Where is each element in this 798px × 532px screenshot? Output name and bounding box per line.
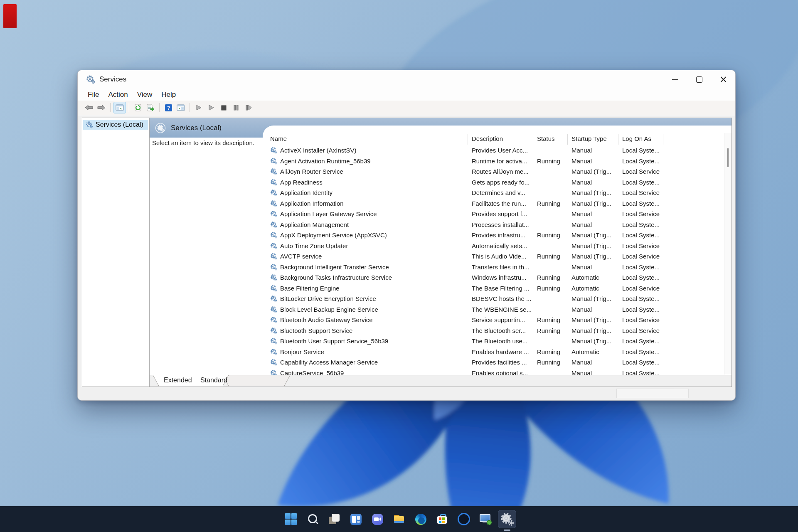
column-divider[interactable] <box>663 134 663 145</box>
service-row[interactable]: Application Layer Gateway ServiceProvide… <box>263 209 724 219</box>
maximize-button[interactable] <box>687 70 711 89</box>
cell-name: AVCTP service <box>280 253 322 260</box>
service-row[interactable]: AllJoyn Router ServiceRoutes AllJoyn me.… <box>263 167 724 177</box>
refresh-icon[interactable] <box>132 102 144 113</box>
services-list-panel: ^ Name Description Status Startup Type L… <box>263 126 732 375</box>
service-row[interactable]: Auto Time Zone UpdaterAutomatically sets… <box>263 241 724 251</box>
cell-logon: Local Service <box>622 327 660 334</box>
service-gear-icon <box>270 147 277 154</box>
service-row[interactable]: Agent Activation Runtime_56b39Runtime fo… <box>263 156 724 167</box>
cell-desc: This is Audio Vide... <box>472 253 526 260</box>
minimize-button[interactable] <box>663 70 687 89</box>
cortana-ring-icon <box>458 513 470 525</box>
back-arrow-icon[interactable] <box>83 102 95 113</box>
description-hint: Select an item to view its description. <box>152 139 254 146</box>
cell-startup: Manual (Trig... <box>571 327 611 334</box>
service-row[interactable]: CaptureService_56b39Enables optional s..… <box>263 368 724 376</box>
taskbar-widgets[interactable] <box>347 510 365 528</box>
start-button[interactable] <box>282 510 300 528</box>
cell-startup: Manual (Trig... <box>571 168 611 175</box>
restart-service-icon[interactable] <box>243 102 254 113</box>
service-row[interactable]: Bluetooth Support ServiceThe Bluetooth s… <box>263 326 724 336</box>
column-divider[interactable] <box>533 134 533 145</box>
close-button[interactable] <box>711 70 735 89</box>
service-gear-icon <box>270 253 277 260</box>
column-divider[interactable] <box>468 134 468 145</box>
service-gear-icon <box>270 327 277 334</box>
cell-desc: Enables hardware ... <box>472 348 529 355</box>
service-row[interactable]: Application InformationFacilitates the r… <box>263 199 724 209</box>
service-row[interactable]: App ReadinessGets apps ready fo...Manual… <box>263 177 724 188</box>
taskbar-edge[interactable] <box>411 510 430 528</box>
service-row[interactable]: AppX Deployment Service (AppXSVC)Provide… <box>263 230 724 241</box>
cell-desc: Runtime for activa... <box>472 158 527 165</box>
service-row[interactable]: Application ManagementProcesses installa… <box>263 220 724 230</box>
cell-status: Running <box>537 253 560 260</box>
forward-arrow-icon[interactable] <box>96 102 107 113</box>
column-header-description[interactable]: Description <box>472 135 503 142</box>
stop-service-icon[interactable] <box>218 102 229 113</box>
cell-status: Running <box>537 285 560 292</box>
taskbar-search[interactable] <box>303 510 322 528</box>
tab-standard[interactable]: Standard <box>200 377 227 384</box>
window-titlebar[interactable]: Services <box>78 70 735 89</box>
services-app-icon <box>86 75 95 84</box>
help-icon[interactable]: ? <box>163 102 174 113</box>
taskbar-store[interactable] <box>433 510 451 528</box>
cell-logon: Local Syste... <box>622 232 660 239</box>
cell-name: Bluetooth Audio Gateway Service <box>280 316 373 323</box>
service-row[interactable]: Bonjour ServiceEnables hardware ...Runni… <box>263 347 724 357</box>
console-tree-pane: Services (Local) <box>82 118 149 387</box>
start-service-icon[interactable] <box>193 102 204 113</box>
service-row[interactable]: Base Filtering EngineThe Base Filtering … <box>263 283 724 294</box>
column-header-log-on-as[interactable]: Log On As <box>622 135 651 142</box>
column-divider[interactable] <box>567 134 568 145</box>
cell-name: AppX Deployment Service (AppXSVC) <box>280 232 387 239</box>
service-row[interactable]: Bluetooth Audio Gateway ServiceService s… <box>263 315 724 325</box>
service-row[interactable]: Background Intelligent Transfer ServiceT… <box>263 262 724 273</box>
service-row[interactable]: Capability Access Manager ServiceProvide… <box>263 357 724 368</box>
service-row[interactable]: Bluetooth User Support Service_56b39The … <box>263 336 724 347</box>
menu-view[interactable]: View <box>133 90 157 100</box>
cell-logon: Local Syste... <box>622 337 660 345</box>
cell-startup: Manual <box>571 147 592 154</box>
scrollbar-thumb[interactable] <box>727 148 729 167</box>
taskbar-cortana[interactable] <box>455 510 473 528</box>
show-console-tree-icon[interactable] <box>113 102 126 113</box>
service-row[interactable]: Background Tasks Infrastructure ServiceW… <box>263 273 724 283</box>
pause-service-icon[interactable] <box>230 102 242 113</box>
taskbar-task-view[interactable] <box>325 510 343 528</box>
menu-file[interactable]: File <box>83 90 103 100</box>
column-divider[interactable] <box>618 134 618 145</box>
show-action-pane-icon[interactable] <box>175 102 187 113</box>
cell-desc: Gets apps ready fo... <box>472 179 530 186</box>
service-row[interactable]: AVCTP serviceThis is Audio Vide...Runnin… <box>263 251 724 262</box>
column-header-startup-type[interactable]: Startup Type <box>571 135 607 142</box>
menu-help[interactable]: Help <box>157 90 180 100</box>
vertical-scrollbar[interactable] <box>724 133 732 375</box>
service-row[interactable]: BitLocker Drive Encryption ServiceBDESVC… <box>263 294 724 304</box>
cell-name: App Readiness <box>280 179 323 186</box>
cell-logon: Local Syste... <box>622 274 660 281</box>
statusbar-pane <box>616 389 689 398</box>
taskbar-pc-utility[interactable] <box>476 510 495 528</box>
service-row[interactable]: Application IdentityDetermines and v...M… <box>263 188 724 198</box>
services-window: Services File Action View Help <box>77 70 736 401</box>
resume-service-icon[interactable] <box>205 102 217 113</box>
cell-status: Running <box>537 316 560 323</box>
taskbar-services-app[interactable] <box>498 510 516 528</box>
column-header-status[interactable]: Status <box>537 135 555 142</box>
cell-desc: The Bluetooth use... <box>472 337 527 345</box>
service-row[interactable]: Block Level Backup Engine ServiceThe WBE… <box>263 305 724 315</box>
tree-item-services-local[interactable]: Services (Local) <box>83 120 148 130</box>
column-header-name[interactable]: Name <box>270 135 287 142</box>
cell-logon: Local Service <box>622 189 660 196</box>
export-list-icon[interactable] <box>145 102 156 113</box>
taskbar-chat[interactable] <box>368 510 387 528</box>
cell-name: AllJoyn Router Service <box>280 168 343 175</box>
service-row[interactable]: ActiveX Installer (AxInstSV)Provides Use… <box>263 145 724 156</box>
taskbar-file-explorer[interactable] <box>390 510 408 528</box>
menu-action[interactable]: Action <box>103 90 132 100</box>
tab-extended[interactable]: Extended <box>164 377 192 384</box>
cell-name: Block Level Backup Engine Service <box>280 306 378 313</box>
